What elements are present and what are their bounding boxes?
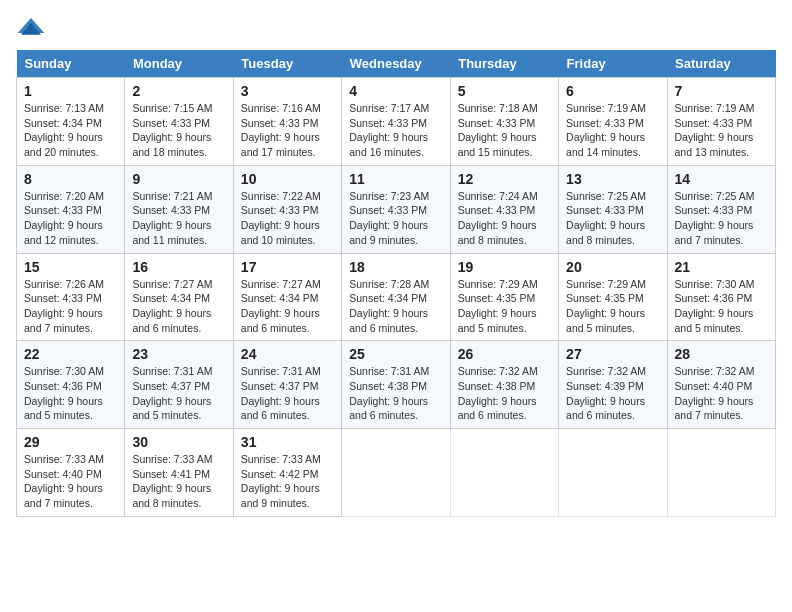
day-number: 1 xyxy=(24,83,117,99)
day-detail: Sunrise: 7:33 AMSunset: 4:41 PMDaylight:… xyxy=(132,452,225,511)
day-detail: Sunrise: 7:18 AMSunset: 4:33 PMDaylight:… xyxy=(458,101,551,160)
day-detail: Sunrise: 7:20 AMSunset: 4:33 PMDaylight:… xyxy=(24,189,117,248)
calendar-cell: 27Sunrise: 7:32 AMSunset: 4:39 PMDayligh… xyxy=(559,341,667,429)
day-detail: Sunrise: 7:29 AMSunset: 4:35 PMDaylight:… xyxy=(458,277,551,336)
day-number: 24 xyxy=(241,346,334,362)
calendar-cell: 6Sunrise: 7:19 AMSunset: 4:33 PMDaylight… xyxy=(559,78,667,166)
day-number: 10 xyxy=(241,171,334,187)
day-detail: Sunrise: 7:27 AMSunset: 4:34 PMDaylight:… xyxy=(132,277,225,336)
calendar-week-row: 15Sunrise: 7:26 AMSunset: 4:33 PMDayligh… xyxy=(17,253,776,341)
day-number: 29 xyxy=(24,434,117,450)
calendar-body: 1Sunrise: 7:13 AMSunset: 4:34 PMDaylight… xyxy=(17,78,776,517)
day-number: 2 xyxy=(132,83,225,99)
calendar-cell: 5Sunrise: 7:18 AMSunset: 4:33 PMDaylight… xyxy=(450,78,558,166)
day-number: 14 xyxy=(675,171,768,187)
day-detail: Sunrise: 7:32 AMSunset: 4:38 PMDaylight:… xyxy=(458,364,551,423)
calendar-cell: 26Sunrise: 7:32 AMSunset: 4:38 PMDayligh… xyxy=(450,341,558,429)
day-number: 18 xyxy=(349,259,442,275)
day-detail: Sunrise: 7:25 AMSunset: 4:33 PMDaylight:… xyxy=(675,189,768,248)
calendar-cell: 21Sunrise: 7:30 AMSunset: 4:36 PMDayligh… xyxy=(667,253,775,341)
day-detail: Sunrise: 7:32 AMSunset: 4:39 PMDaylight:… xyxy=(566,364,659,423)
calendar-week-row: 1Sunrise: 7:13 AMSunset: 4:34 PMDaylight… xyxy=(17,78,776,166)
calendar-cell: 23Sunrise: 7:31 AMSunset: 4:37 PMDayligh… xyxy=(125,341,233,429)
day-detail: Sunrise: 7:29 AMSunset: 4:35 PMDaylight:… xyxy=(566,277,659,336)
calendar-week-row: 22Sunrise: 7:30 AMSunset: 4:36 PMDayligh… xyxy=(17,341,776,429)
calendar-cell xyxy=(450,429,558,517)
day-detail: Sunrise: 7:27 AMSunset: 4:34 PMDaylight:… xyxy=(241,277,334,336)
calendar-cell xyxy=(559,429,667,517)
weekday-header-cell: Wednesday xyxy=(342,50,450,78)
calendar-cell: 24Sunrise: 7:31 AMSunset: 4:37 PMDayligh… xyxy=(233,341,341,429)
weekday-header-cell: Saturday xyxy=(667,50,775,78)
day-number: 23 xyxy=(132,346,225,362)
calendar-week-row: 29Sunrise: 7:33 AMSunset: 4:40 PMDayligh… xyxy=(17,429,776,517)
calendar-cell: 22Sunrise: 7:30 AMSunset: 4:36 PMDayligh… xyxy=(17,341,125,429)
day-detail: Sunrise: 7:17 AMSunset: 4:33 PMDaylight:… xyxy=(349,101,442,160)
day-number: 7 xyxy=(675,83,768,99)
calendar-cell xyxy=(342,429,450,517)
weekday-header-cell: Monday xyxy=(125,50,233,78)
day-number: 8 xyxy=(24,171,117,187)
day-detail: Sunrise: 7:33 AMSunset: 4:42 PMDaylight:… xyxy=(241,452,334,511)
calendar-cell: 11Sunrise: 7:23 AMSunset: 4:33 PMDayligh… xyxy=(342,165,450,253)
day-number: 27 xyxy=(566,346,659,362)
day-number: 28 xyxy=(675,346,768,362)
day-detail: Sunrise: 7:31 AMSunset: 4:37 PMDaylight:… xyxy=(241,364,334,423)
day-number: 31 xyxy=(241,434,334,450)
calendar-cell: 25Sunrise: 7:31 AMSunset: 4:38 PMDayligh… xyxy=(342,341,450,429)
logo xyxy=(16,16,48,40)
calendar-cell: 19Sunrise: 7:29 AMSunset: 4:35 PMDayligh… xyxy=(450,253,558,341)
day-number: 11 xyxy=(349,171,442,187)
day-number: 25 xyxy=(349,346,442,362)
calendar-cell xyxy=(667,429,775,517)
calendar-cell: 28Sunrise: 7:32 AMSunset: 4:40 PMDayligh… xyxy=(667,341,775,429)
day-number: 20 xyxy=(566,259,659,275)
day-detail: Sunrise: 7:15 AMSunset: 4:33 PMDaylight:… xyxy=(132,101,225,160)
calendar-cell: 7Sunrise: 7:19 AMSunset: 4:33 PMDaylight… xyxy=(667,78,775,166)
day-detail: Sunrise: 7:24 AMSunset: 4:33 PMDaylight:… xyxy=(458,189,551,248)
calendar-cell: 14Sunrise: 7:25 AMSunset: 4:33 PMDayligh… xyxy=(667,165,775,253)
day-number: 3 xyxy=(241,83,334,99)
day-number: 22 xyxy=(24,346,117,362)
day-detail: Sunrise: 7:32 AMSunset: 4:40 PMDaylight:… xyxy=(675,364,768,423)
weekday-header-row: SundayMondayTuesdayWednesdayThursdayFrid… xyxy=(17,50,776,78)
day-number: 12 xyxy=(458,171,551,187)
weekday-header-cell: Thursday xyxy=(450,50,558,78)
page-header xyxy=(16,16,776,40)
day-number: 9 xyxy=(132,171,225,187)
calendar-week-row: 8Sunrise: 7:20 AMSunset: 4:33 PMDaylight… xyxy=(17,165,776,253)
calendar-cell: 16Sunrise: 7:27 AMSunset: 4:34 PMDayligh… xyxy=(125,253,233,341)
day-detail: Sunrise: 7:13 AMSunset: 4:34 PMDaylight:… xyxy=(24,101,117,160)
day-detail: Sunrise: 7:33 AMSunset: 4:40 PMDaylight:… xyxy=(24,452,117,511)
day-detail: Sunrise: 7:31 AMSunset: 4:38 PMDaylight:… xyxy=(349,364,442,423)
calendar-cell: 4Sunrise: 7:17 AMSunset: 4:33 PMDaylight… xyxy=(342,78,450,166)
day-detail: Sunrise: 7:21 AMSunset: 4:33 PMDaylight:… xyxy=(132,189,225,248)
calendar-cell: 12Sunrise: 7:24 AMSunset: 4:33 PMDayligh… xyxy=(450,165,558,253)
weekday-header-cell: Sunday xyxy=(17,50,125,78)
day-detail: Sunrise: 7:30 AMSunset: 4:36 PMDaylight:… xyxy=(24,364,117,423)
calendar-cell: 30Sunrise: 7:33 AMSunset: 4:41 PMDayligh… xyxy=(125,429,233,517)
calendar-cell: 9Sunrise: 7:21 AMSunset: 4:33 PMDaylight… xyxy=(125,165,233,253)
calendar-cell: 18Sunrise: 7:28 AMSunset: 4:34 PMDayligh… xyxy=(342,253,450,341)
day-detail: Sunrise: 7:23 AMSunset: 4:33 PMDaylight:… xyxy=(349,189,442,248)
weekday-header-cell: Friday xyxy=(559,50,667,78)
day-detail: Sunrise: 7:26 AMSunset: 4:33 PMDaylight:… xyxy=(24,277,117,336)
calendar-cell: 29Sunrise: 7:33 AMSunset: 4:40 PMDayligh… xyxy=(17,429,125,517)
day-number: 15 xyxy=(24,259,117,275)
day-number: 30 xyxy=(132,434,225,450)
day-number: 4 xyxy=(349,83,442,99)
day-number: 5 xyxy=(458,83,551,99)
calendar-cell: 17Sunrise: 7:27 AMSunset: 4:34 PMDayligh… xyxy=(233,253,341,341)
calendar-cell: 13Sunrise: 7:25 AMSunset: 4:33 PMDayligh… xyxy=(559,165,667,253)
calendar-cell: 10Sunrise: 7:22 AMSunset: 4:33 PMDayligh… xyxy=(233,165,341,253)
calendar-cell: 1Sunrise: 7:13 AMSunset: 4:34 PMDaylight… xyxy=(17,78,125,166)
calendar-cell: 31Sunrise: 7:33 AMSunset: 4:42 PMDayligh… xyxy=(233,429,341,517)
calendar-cell: 2Sunrise: 7:15 AMSunset: 4:33 PMDaylight… xyxy=(125,78,233,166)
day-detail: Sunrise: 7:16 AMSunset: 4:33 PMDaylight:… xyxy=(241,101,334,160)
day-detail: Sunrise: 7:31 AMSunset: 4:37 PMDaylight:… xyxy=(132,364,225,423)
calendar-cell: 3Sunrise: 7:16 AMSunset: 4:33 PMDaylight… xyxy=(233,78,341,166)
day-detail: Sunrise: 7:19 AMSunset: 4:33 PMDaylight:… xyxy=(566,101,659,160)
day-number: 17 xyxy=(241,259,334,275)
day-detail: Sunrise: 7:28 AMSunset: 4:34 PMDaylight:… xyxy=(349,277,442,336)
day-number: 21 xyxy=(675,259,768,275)
